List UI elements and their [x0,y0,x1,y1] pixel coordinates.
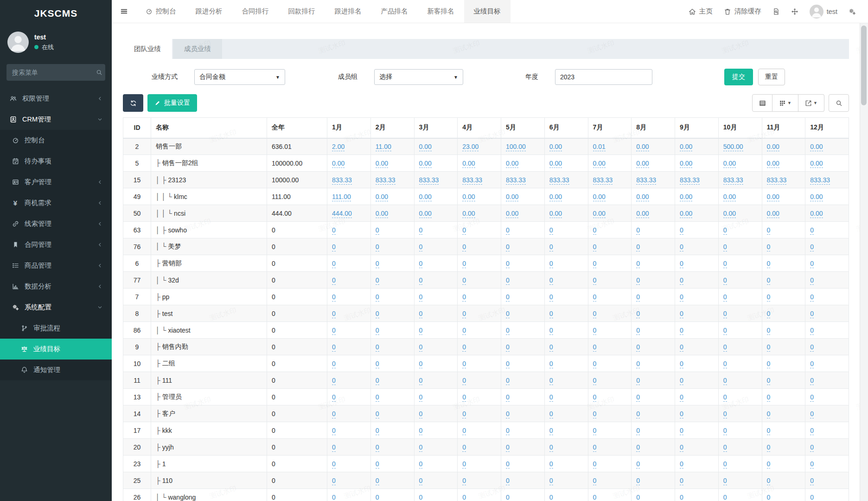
month-value-link[interactable]: 0 [462,260,466,268]
month-value-link[interactable]: 0 [419,393,423,402]
month-value-link[interactable]: 0 [462,393,466,402]
month-value-link[interactable]: 0 [332,393,336,402]
month-value-link[interactable]: 0 [462,460,466,469]
month-value-link[interactable]: 0 [636,460,640,469]
sidebar-item[interactable]: ¥商机需求 [0,193,112,213]
month-value-link[interactable]: 0 [767,226,771,235]
month-value-link[interactable]: 0 [680,310,683,318]
month-value-link[interactable]: 0 [810,360,814,368]
hamburger-icon[interactable] [112,0,136,23]
month-value-link[interactable]: 0 [680,377,683,385]
month-value-link[interactable]: 0 [506,393,510,402]
month-value-link[interactable]: 2.00 [332,143,345,151]
month-value-link[interactable]: 0.00 [376,193,388,201]
menu-search-input[interactable] [12,69,96,76]
month-value-link[interactable]: 0 [419,243,423,251]
month-value-link[interactable]: 0.00 [506,193,518,201]
home-link[interactable]: 主页 [689,7,713,16]
month-value-link[interactable]: 0 [332,377,336,385]
month-value-link[interactable]: 0.00 [593,193,606,201]
month-value-link[interactable]: 0 [419,410,423,418]
month-value-link[interactable]: 0 [593,360,597,368]
month-value-link[interactable]: 0 [636,226,640,235]
month-value-link[interactable]: 0 [593,477,597,485]
month-value-link[interactable]: 0.00 [419,143,432,151]
month-value-link[interactable]: 0 [636,427,640,435]
month-value-link[interactable]: 0 [549,226,553,235]
table-search-button[interactable] [829,94,849,112]
month-value-link[interactable]: 0 [376,243,379,251]
month-value-link[interactable]: 0 [549,327,553,335]
month-value-link[interactable]: 0 [723,443,727,452]
month-value-link[interactable]: 0.00 [680,143,692,151]
month-value-link[interactable]: 0 [332,443,336,452]
month-value-link[interactable]: 0 [636,393,640,402]
sidebar-item[interactable]: CRM管理 [0,109,112,130]
month-value-link[interactable]: 0 [462,360,466,368]
month-value-link[interactable]: 0 [593,427,597,435]
month-value-link[interactable]: 0.00 [419,210,432,218]
month-value-link[interactable]: 0.01 [593,143,606,151]
month-value-link[interactable]: 0 [723,494,727,501]
month-value-link[interactable]: 0 [419,276,423,285]
tab-member-performance[interactable]: 成员业绩 [173,39,222,59]
month-value-link[interactable]: 0 [506,477,510,485]
month-value-link[interactable]: 0 [767,343,771,352]
month-value-link[interactable]: 833.33 [593,176,613,185]
month-value-link[interactable]: 833.33 [549,176,569,185]
month-value-link[interactable]: 0 [723,310,727,318]
month-value-link[interactable]: 0 [419,293,423,302]
month-value-link[interactable]: 0 [723,260,727,268]
columns-button[interactable]: ▼ [772,94,798,112]
month-value-link[interactable]: 0 [593,243,597,251]
month-value-link[interactable]: 0.00 [593,160,606,168]
month-value-link[interactable]: 0 [506,310,510,318]
month-value-link[interactable]: 0 [419,327,423,335]
nav-item[interactable]: 产品排名 [371,0,418,23]
month-value-link[interactable]: 0 [810,260,814,268]
refresh-button[interactable] [123,94,143,112]
month-value-link[interactable]: 0 [767,393,771,402]
month-value-link[interactable]: 0 [593,343,597,352]
month-value-link[interactable]: 0 [506,260,510,268]
month-value-link[interactable]: 0 [680,410,683,418]
month-value-link[interactable]: 0 [506,377,510,385]
reset-button[interactable]: 重置 [758,69,785,85]
perf-mode-select[interactable]: 合同金额 ▼ [194,69,285,85]
month-value-link[interactable]: 833.33 [636,176,656,185]
month-value-link[interactable]: 0 [549,410,553,418]
month-value-link[interactable]: 0 [376,226,379,235]
month-value-link[interactable]: 0 [462,343,466,352]
month-value-link[interactable]: 0.00 [723,210,736,218]
month-value-link[interactable]: 0 [680,276,683,285]
month-value-link[interactable]: 0 [376,443,379,452]
month-value-link[interactable]: 0.00 [636,143,649,151]
tab-team-performance[interactable]: 团队业绩 [123,39,172,59]
month-value-link[interactable]: 0 [636,410,640,418]
month-value-link[interactable]: 0 [376,276,379,285]
month-value-link[interactable]: 0 [723,293,727,302]
month-value-link[interactable]: 0 [767,410,771,418]
month-value-link[interactable]: 0 [332,494,336,501]
month-value-link[interactable]: 0.00 [636,160,649,168]
month-value-link[interactable]: 0.00 [506,210,518,218]
month-value-link[interactable]: 0 [593,276,597,285]
month-value-link[interactable]: 0 [593,393,597,402]
month-value-link[interactable]: 0 [462,410,466,418]
month-value-link[interactable]: 0 [723,377,727,385]
month-value-link[interactable]: 0 [636,443,640,452]
month-value-link[interactable]: 0.00 [810,143,823,151]
month-value-link[interactable]: 0 [376,494,379,501]
month-value-link[interactable]: 0 [680,327,683,335]
month-value-link[interactable]: 0 [723,243,727,251]
month-value-link[interactable]: 0.00 [636,210,649,218]
month-value-link[interactable]: 0 [506,460,510,469]
month-value-link[interactable]: 0 [723,276,727,285]
month-value-link[interactable]: 0 [723,477,727,485]
month-value-link[interactable]: 0 [723,393,727,402]
month-value-link[interactable]: 0 [593,377,597,385]
month-value-link[interactable]: 0 [419,226,423,235]
month-value-link[interactable]: 0 [767,310,771,318]
month-value-link[interactable]: 0 [332,460,336,469]
month-value-link[interactable]: 0.00 [549,143,562,151]
